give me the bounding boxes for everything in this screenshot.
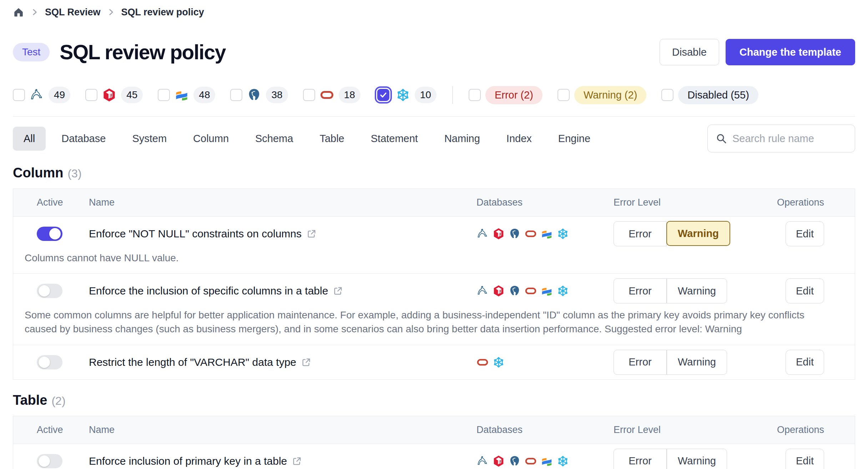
filter-engine-snowflake[interactable]: 10 — [375, 87, 436, 103]
rule-databases — [449, 228, 592, 240]
col-header-operations: Operations — [746, 197, 855, 208]
rule-name: Enforce the inclusion of specific column… — [89, 285, 328, 297]
disabled-filter-checkbox[interactable] — [661, 89, 673, 101]
rule-name: Enforce inclusion of primary key in a ta… — [89, 455, 287, 467]
page-title: SQL review policy — [60, 40, 225, 64]
postgres-count-badge: 38 — [266, 87, 288, 103]
filter-engine-postgres[interactable]: 38 — [230, 87, 288, 103]
search-icon — [716, 133, 727, 144]
tab-system[interactable]: System — [121, 127, 177, 151]
error-level-segmented: Error Warning — [614, 350, 727, 375]
error-filter-checkbox[interactable] — [469, 89, 481, 101]
tab-column[interactable]: Column — [182, 127, 239, 151]
external-link-icon[interactable] — [292, 456, 302, 466]
rule-name: Enforce "NOT NULL" constraints on column… — [89, 228, 302, 240]
tab-table[interactable]: Table — [309, 127, 355, 151]
col-header-databases: Databases — [449, 197, 592, 208]
tidb-icon — [493, 228, 505, 240]
error-level-warning-button[interactable]: Warning — [667, 350, 727, 375]
active-toggle[interactable] — [37, 227, 62, 241]
error-level-segmented: Error Warning — [614, 449, 727, 469]
search-rule-box[interactable] — [707, 125, 855, 152]
rule-databases — [449, 285, 592, 297]
section-name: Column — [13, 165, 63, 181]
tidb-filter-checkbox[interactable] — [85, 89, 97, 101]
oracle-icon — [476, 356, 489, 368]
tab-all[interactable]: All — [13, 127, 46, 151]
filter-engine-oceanbase[interactable]: 48 — [158, 87, 215, 103]
edit-button[interactable]: Edit — [786, 350, 824, 375]
error-level-error-button[interactable]: Error — [614, 221, 667, 246]
postgres-icon — [247, 88, 261, 102]
rule-row-primary-key: Enforce inclusion of primary key in a ta… — [13, 444, 855, 469]
rule-row-varchar-length: Restrict the length of "VARCHAR" data ty… — [13, 345, 855, 379]
mysql-icon — [476, 285, 489, 297]
mysql-filter-checkbox[interactable] — [13, 89, 25, 101]
external-link-icon[interactable] — [333, 286, 343, 296]
filter-engine-oracle[interactable]: 18 — [303, 87, 360, 103]
tidb-count-badge: 45 — [121, 87, 143, 103]
oceanbase-icon — [541, 285, 553, 297]
filter-level-disabled[interactable]: Disabled (55) — [661, 86, 758, 104]
error-level-segmented: Error Warning — [614, 221, 730, 246]
tab-statement[interactable]: Statement — [360, 127, 429, 151]
tab-index[interactable]: Index — [496, 127, 542, 151]
filter-engine-tidb[interactable]: 45 — [85, 87, 143, 103]
snowflake-icon — [396, 88, 410, 102]
active-toggle[interactable] — [37, 355, 62, 369]
external-link-icon[interactable] — [307, 229, 317, 239]
home-icon[interactable] — [13, 6, 24, 18]
section-name: Table — [13, 393, 47, 408]
tab-database[interactable]: Database — [51, 127, 116, 151]
error-level-warning-button[interactable]: Warning — [667, 278, 727, 303]
breadcrumb-sql-review-policy[interactable]: SQL review policy — [121, 7, 204, 18]
filter-divider — [452, 86, 453, 104]
snowflake-filter-checkbox[interactable] — [377, 89, 389, 101]
oceanbase-icon — [541, 455, 553, 467]
rule-description: Some common columns are helpful for bett… — [13, 308, 855, 344]
postgres-icon — [509, 455, 521, 467]
oceanbase-filter-checkbox[interactable] — [158, 89, 170, 101]
change-template-button[interactable]: Change the template — [726, 39, 855, 65]
edit-button[interactable]: Edit — [786, 449, 824, 469]
search-input[interactable] — [732, 133, 847, 145]
tab-naming[interactable]: Naming — [434, 127, 491, 151]
oracle-icon — [525, 285, 537, 297]
breadcrumb-sql-review[interactable]: SQL Review — [45, 7, 101, 18]
edit-button[interactable]: Edit — [786, 221, 824, 246]
category-tabs: All Database System Column Schema Table … — [13, 125, 855, 152]
mysql-icon — [476, 228, 489, 240]
active-toggle[interactable] — [37, 454, 62, 468]
tab-engine[interactable]: Engine — [547, 127, 601, 151]
error-level-warning-button[interactable]: Warning — [667, 449, 727, 469]
disabled-count-pill: Disabled (55) — [678, 86, 758, 104]
col-header-active: Active — [13, 424, 77, 435]
tidb-icon — [102, 88, 116, 102]
postgres-icon — [509, 285, 521, 297]
snowflake-icon — [557, 455, 569, 467]
col-header-active: Active — [13, 197, 77, 208]
postgres-icon — [509, 228, 521, 240]
filter-level-error[interactable]: Error (2) — [469, 86, 542, 104]
error-level-error-button[interactable]: Error — [614, 278, 667, 303]
rule-name: Restrict the length of "VARCHAR" data ty… — [89, 356, 296, 368]
active-toggle[interactable] — [37, 284, 62, 298]
oracle-filter-checkbox[interactable] — [303, 89, 315, 101]
filter-engine-mysql[interactable]: 49 — [13, 87, 70, 103]
warning-filter-checkbox[interactable] — [557, 89, 570, 101]
edit-button[interactable]: Edit — [786, 278, 824, 303]
col-header-databases: Databases — [449, 424, 592, 435]
filter-row: 49 45 48 38 18 10 Er — [13, 86, 855, 104]
external-link-icon[interactable] — [301, 357, 311, 367]
page-header: Test SQL review policy Disable Change th… — [13, 38, 855, 66]
error-count-pill: Error (2) — [485, 86, 542, 104]
error-level-error-button[interactable]: Error — [614, 449, 667, 469]
error-level-segmented: Error Warning — [614, 278, 727, 303]
filter-level-warning[interactable]: Warning (2) — [557, 86, 646, 104]
error-level-error-button[interactable]: Error — [614, 350, 667, 375]
tab-schema[interactable]: Schema — [244, 127, 304, 151]
disable-button[interactable]: Disable — [660, 39, 719, 65]
oceanbase-icon — [541, 228, 553, 240]
error-level-warning-button[interactable]: Warning — [666, 221, 730, 246]
postgres-filter-checkbox[interactable] — [230, 89, 242, 101]
